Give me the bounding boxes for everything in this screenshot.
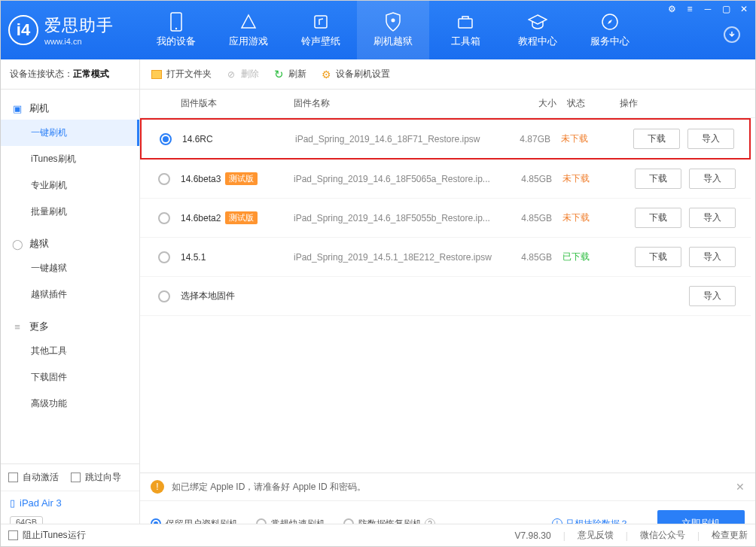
separator: |: [697, 530, 700, 541]
refresh-button[interactable]: ↻ 刷新: [273, 68, 306, 81]
svg-point-3: [392, 19, 395, 23]
delete-button[interactable]: ⊘ 删除: [225, 68, 259, 81]
sidebar-item-pro-flash[interactable]: 专业刷机: [1, 172, 139, 199]
sidebar-item-batch-flash[interactable]: 批量刷机: [1, 199, 139, 225]
warning-close-icon[interactable]: ✕: [736, 481, 745, 493]
import-button[interactable]: 导入: [689, 169, 736, 189]
menu-icon[interactable]: ≡: [683, 2, 697, 16]
wechat-link[interactable]: 微信公众号: [640, 529, 685, 542]
feedback-link[interactable]: 意见反馈: [578, 529, 614, 542]
nav-toolbox[interactable]: 工具箱: [429, 1, 501, 59]
footer-right: V7.98.30 | 意见反馈 | 微信公众号 | 检查更新: [515, 529, 748, 542]
download-button[interactable]: 下载: [635, 169, 681, 189]
import-button[interactable]: 导入: [687, 129, 734, 149]
close-icon[interactable]: ✕: [737, 2, 751, 16]
toolbar-row: 设备连接状态： 正常模式 打开文件夹 ⊘ 删除 ↻ 刷新 ⚙ 设备刷机设置: [1, 59, 755, 90]
sidebar-item-itunes-flash[interactable]: iTunes刷机: [1, 146, 139, 172]
svg-point-1: [175, 28, 177, 29]
sidebar-item-oneclick-jb[interactable]: 一键越狱: [1, 255, 139, 281]
nav-label: 教程中心: [518, 35, 557, 48]
firmware-row[interactable]: 14.6beta2 测试版 iPad_Spring_2019_14.6_18F5…: [140, 199, 751, 238]
firmware-row[interactable]: 14.5.1 iPad_Spring_2019_14.5.1_18E212_Re…: [140, 238, 751, 277]
nav-my-device[interactable]: 我的设备: [140, 1, 212, 59]
row-radio[interactable]: [158, 173, 170, 185]
th-name: 固件名称: [294, 97, 507, 110]
body-area: ▣ 刷机 一键刷机 iTunes刷机 专业刷机 批量刷机 ◯ 越狱 一键越狱 越…: [1, 90, 755, 546]
warning-bar: ! 如已绑定 Apple ID，请准备好 Apple ID 和密码。 ✕: [140, 473, 755, 501]
nav-label: 工具箱: [451, 35, 480, 48]
refresh-label: 刷新: [288, 68, 306, 81]
update-link[interactable]: 检查更新: [712, 529, 748, 542]
sidebar-item-advanced[interactable]: 高级功能: [1, 390, 139, 417]
flash-group-icon: ▣: [11, 102, 23, 114]
block-itunes-checkbox[interactable]: [8, 530, 18, 540]
jailbreak-group-icon: ◯: [11, 238, 23, 250]
nav-label: 铃声壁纸: [301, 35, 340, 48]
row-radio[interactable]: [158, 212, 170, 224]
nav-tutorial[interactable]: 教程中心: [501, 1, 574, 59]
sidebar-group-label: 刷机: [29, 102, 49, 115]
more-group-icon: ≡: [11, 321, 23, 333]
delete-label: 删除: [241, 68, 259, 81]
row-status: 已下载: [562, 251, 615, 263]
graduation-icon: [528, 12, 547, 32]
row-status: 未下载: [562, 172, 615, 185]
svg-rect-2: [315, 16, 327, 28]
firmware-row[interactable]: 14.6beta3 测试版 iPad_Spring_2019_14.6_18F5…: [140, 160, 751, 199]
nav-flash[interactable]: 刷机越狱: [357, 1, 429, 59]
row-version: 14.5.1: [181, 252, 206, 263]
sidebar-item-download-fw[interactable]: 下载固件: [1, 364, 139, 390]
device-settings-label: 设备刷机设置: [336, 68, 390, 81]
shield-icon: [383, 12, 403, 32]
compass-icon: [600, 12, 620, 32]
skip-guide-checkbox[interactable]: [71, 473, 81, 482]
row-radio[interactable]: [160, 133, 172, 145]
local-firmware-label: 选择本地固件: [181, 290, 615, 302]
import-button[interactable]: 导入: [689, 247, 736, 267]
sidebar: ▣ 刷机 一键刷机 iTunes刷机 专业刷机 批量刷机 ◯ 越狱 一键越狱 越…: [1, 90, 140, 546]
auto-activate-label: 自动激活: [23, 471, 59, 484]
row-version: 14.6beta3: [181, 174, 221, 184]
import-button[interactable]: 导入: [689, 208, 736, 228]
sidebar-group-jailbreak[interactable]: ◯ 越狱: [1, 232, 139, 255]
row-name: iPad_Spring_2019_14.6_18F5065a_Restore.i…: [294, 174, 502, 184]
logo-icon: i4: [8, 15, 38, 45]
auto-activate-checkbox[interactable]: [8, 473, 18, 482]
auto-activate-row: 自动激活 跳过向导: [1, 464, 139, 491]
nav-service[interactable]: 服务中心: [574, 1, 646, 59]
row-radio[interactable]: [158, 251, 170, 263]
row-name: iPad_Spring_2019_14.6_18F5055b_Restore.i…: [294, 213, 502, 223]
nav-ringtones[interactable]: 铃声壁纸: [285, 1, 357, 59]
row-status: 未下载: [562, 211, 615, 224]
sidebar-item-jb-plugins[interactable]: 越狱插件: [1, 281, 139, 308]
warning-icon: !: [151, 480, 164, 494]
maximize-icon[interactable]: ▢: [719, 2, 733, 16]
download-status-icon[interactable]: [724, 26, 740, 43]
sidebar-group-label: 更多: [29, 320, 49, 333]
folder-icon: [151, 68, 163, 81]
download-button[interactable]: 下载: [633, 129, 680, 149]
download-button[interactable]: 下载: [635, 208, 681, 228]
row-name: iPad_Spring_2019_14.6_18F71_Restore.ipsw: [295, 134, 501, 144]
firmware-row[interactable]: 14.6RC iPad_Spring_2019_14.6_18F71_Resto…: [140, 118, 751, 160]
row-status: 未下载: [561, 132, 614, 145]
open-folder-button[interactable]: 打开文件夹: [151, 68, 212, 81]
import-button[interactable]: 导入: [689, 286, 736, 306]
device-settings-button[interactable]: ⚙ 设备刷机设置: [320, 68, 390, 81]
footer-bar: 阻止iTunes运行 V7.98.30 | 意见反馈 | 微信公众号 | 检查更…: [1, 524, 755, 546]
sidebar-group-flash[interactable]: ▣ 刷机: [1, 97, 139, 120]
delete-icon: ⊘: [225, 68, 237, 81]
status-value: 正常模式: [73, 68, 109, 81]
sidebar-group-more[interactable]: ≡ 更多: [1, 315, 139, 338]
download-button[interactable]: 下载: [635, 247, 681, 267]
local-firmware-row[interactable]: 选择本地固件 导入: [140, 277, 751, 316]
row-radio[interactable]: [158, 290, 170, 302]
sidebar-item-other-tools[interactable]: 其他工具: [1, 338, 139, 364]
sidebar-item-oneclick-flash[interactable]: 一键刷机: [1, 120, 139, 146]
device-row[interactable]: ▯ iPad Air 3: [1, 491, 139, 515]
settings-icon[interactable]: ⚙: [665, 2, 678, 16]
nav-label: 我的设备: [157, 35, 196, 48]
nav-apps[interactable]: 应用游戏: [212, 1, 285, 59]
device-name: iPad Air 3: [20, 497, 62, 509]
minimize-icon[interactable]: ─: [701, 2, 715, 16]
